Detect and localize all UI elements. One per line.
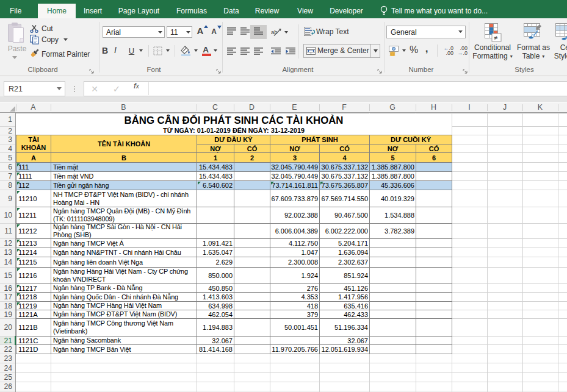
svg-text:≠: ≠ xyxy=(494,34,497,41)
svg-text:ab: ab xyxy=(271,29,278,35)
